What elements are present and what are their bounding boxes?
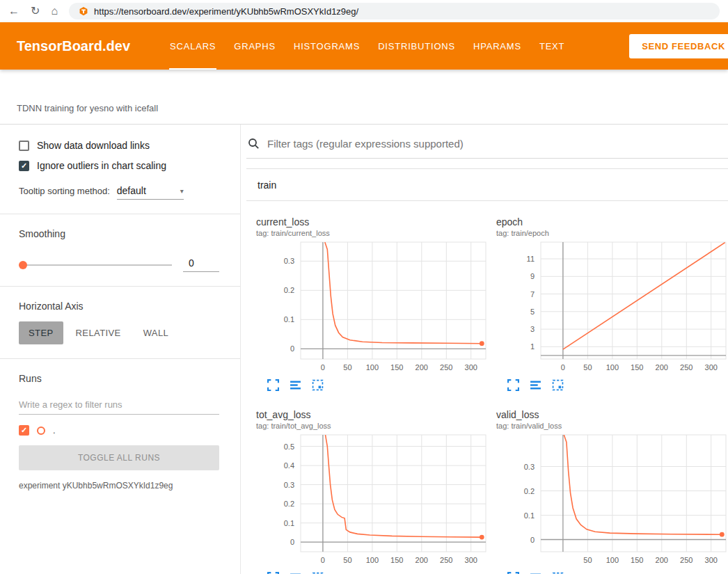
tensorboard-favicon-icon — [79, 6, 88, 16]
chart-card: current_loss tag: train/current_loss 00.… — [256, 216, 496, 391]
horizontal-axis-label: Horizontal Axis — [19, 301, 219, 312]
chart-tag: tag: train/epoch — [496, 229, 728, 237]
address-bar[interactable]: https://tensorboard.dev/experiment/yKUbh… — [69, 3, 720, 19]
home-icon[interactable]: ⌂ — [51, 6, 58, 17]
fit-domain-icon[interactable] — [552, 379, 564, 391]
show-download-links-label: Show data download links — [37, 140, 150, 151]
tooltip-sorting-select[interactable]: default ▾ — [117, 185, 184, 200]
svg-text:100: 100 — [366, 556, 379, 564]
tab-histograms[interactable]: HISTOGRAMS — [285, 22, 369, 70]
line-chart[interactable]: 00.10.20.3050100150200250300 — [256, 239, 490, 376]
run-row[interactable]: ✓ . — [19, 425, 219, 436]
chevron-down-icon: ▾ — [180, 187, 184, 195]
nav-tab-label: DISTRIBUTIONS — [378, 41, 455, 51]
line-chart[interactable]: 1357911050100150200250300 — [496, 239, 728, 376]
experiment-caption: experiment yKUbhb5wRmOSXYkId1z9eg — [19, 481, 219, 491]
tab-distributions[interactable]: DISTRIBUTIONS — [369, 22, 464, 70]
chart-toolbar — [496, 379, 728, 391]
svg-text:0: 0 — [290, 538, 294, 546]
svg-text:0.4: 0.4 — [284, 461, 294, 470]
svg-text:50: 50 — [343, 363, 351, 372]
fit-domain-icon[interactable] — [312, 379, 324, 391]
send-feedback-button[interactable]: SEND FEEDBACK — [629, 34, 728, 58]
experiment-title-row: TDNN training for yesno with icefall — [0, 70, 728, 125]
chart-title: epoch — [496, 216, 728, 228]
scalars-dashboard: train current_loss tag: train/current_lo… — [241, 125, 728, 574]
tag-group-card: train current_loss tag: train/current_lo… — [246, 168, 728, 574]
toggle-all-runs-button[interactable]: TOGGLE ALL RUNS — [19, 445, 219, 470]
tab-scalars[interactable]: SCALARS — [161, 22, 225, 70]
svg-text:200: 200 — [656, 556, 668, 564]
svg-text:5: 5 — [530, 308, 535, 316]
tab-graphs[interactable]: GRAPHS — [225, 22, 285, 70]
experiment-title: TDNN training for yesno with icefall — [17, 103, 158, 113]
tag-group-header[interactable]: train — [246, 169, 728, 201]
smoothing-label: Smoothing — [19, 228, 219, 239]
show-download-links-checkbox[interactable]: ✓ — [19, 141, 29, 151]
svg-text:100: 100 — [606, 363, 619, 372]
svg-text:150: 150 — [390, 363, 403, 372]
chart-title: valid_loss — [496, 409, 728, 420]
nav-tab-label: TEXT — [539, 41, 564, 51]
smoothing-value: 0 — [183, 257, 219, 272]
svg-text:250: 250 — [440, 556, 452, 564]
chart-tag: tag: train/tot_avg_loss — [256, 422, 496, 430]
svg-text:250: 250 — [680, 556, 693, 564]
svg-text:300: 300 — [705, 556, 718, 564]
chart-title: tot_avg_loss — [256, 409, 496, 420]
runs-filter-input[interactable] — [19, 395, 219, 415]
show-download-links-row[interactable]: ✓ Show data download links — [19, 140, 219, 151]
chart-tag: tag: train/current_loss — [256, 229, 496, 237]
charts-grid: current_loss tag: train/current_loss 00.… — [246, 201, 728, 574]
runs-label: Runs — [19, 373, 219, 384]
svg-text:0.5: 0.5 — [284, 443, 294, 451]
chart-card: epoch tag: train/epoch 13579110501001502… — [496, 216, 728, 391]
svg-text:250: 250 — [440, 363, 452, 372]
smoothing-slider[interactable] — [19, 260, 172, 270]
tooltip-sorting-value: default — [117, 185, 146, 196]
axis-step-button[interactable]: STEP — [19, 321, 63, 344]
svg-text:200: 200 — [656, 363, 668, 372]
svg-text:11: 11 — [527, 255, 535, 263]
ignore-outliers-row[interactable]: ✓ Ignore outliers in chart scaling — [19, 160, 219, 171]
svg-text:0.1: 0.1 — [284, 315, 294, 324]
main-nav: SCALARS GRAPHS HISTOGRAMS DISTRIBUTIONS … — [161, 22, 573, 70]
svg-text:0.2: 0.2 — [284, 286, 294, 294]
filter-tags-input[interactable] — [266, 137, 728, 150]
svg-text:100: 100 — [606, 556, 619, 564]
nav-tab-label: GRAPHS — [234, 41, 276, 51]
chart-toolbar — [256, 379, 496, 391]
axis-wall-button[interactable]: WALL — [134, 321, 179, 344]
reload-icon[interactable]: ↻ — [31, 6, 40, 17]
toggle-y-axis-icon[interactable] — [530, 379, 541, 391]
nav-tab-label: HISTOGRAMS — [294, 41, 360, 51]
expand-chart-icon[interactable] — [507, 379, 519, 391]
sidebar-divider — [0, 358, 240, 359]
ignore-outliers-label: Ignore outliers in chart scaling — [37, 160, 166, 171]
svg-text:0.3: 0.3 — [284, 257, 294, 265]
sidebar-divider — [0, 286, 240, 287]
svg-text:50: 50 — [343, 556, 351, 564]
chart-card: valid_loss tag: train/valid_loss 00.10.2… — [496, 409, 728, 574]
tab-text[interactable]: TEXT — [530, 22, 573, 70]
svg-text:0.2: 0.2 — [524, 487, 535, 495]
chart-card: tot_avg_loss tag: train/tot_avg_loss 00.… — [256, 409, 496, 574]
slider-thumb[interactable] — [19, 261, 27, 269]
nav-tab-label: HPARAMS — [473, 41, 521, 51]
sidebar-divider — [0, 214, 240, 214]
expand-chart-icon[interactable] — [267, 379, 279, 391]
browser-toolbar: ← ↻ ⌂ https://tensorboard.dev/experiment… — [0, 0, 728, 22]
line-chart[interactable]: 00.10.20.30.40.5050100150200250300 — [256, 432, 490, 568]
run-checkbox[interactable]: ✓ — [19, 425, 29, 436]
ignore-outliers-checkbox[interactable]: ✓ — [19, 161, 29, 171]
search-icon — [248, 138, 260, 150]
axis-relative-button[interactable]: RELATIVE — [66, 321, 131, 344]
svg-text:0: 0 — [530, 536, 535, 544]
line-chart[interactable]: 00.10.20.350100150200250300 — [496, 432, 728, 568]
settings-sidebar: ✓ Show data download links ✓ Ignore outl… — [0, 125, 241, 574]
back-icon[interactable]: ← — [8, 6, 19, 17]
tab-hparams[interactable]: HPARAMS — [464, 22, 530, 70]
toggle-y-axis-icon[interactable] — [290, 379, 301, 391]
app-logo: TensorBoard.dev — [17, 38, 130, 54]
nav-tab-label: SCALARS — [170, 41, 216, 51]
